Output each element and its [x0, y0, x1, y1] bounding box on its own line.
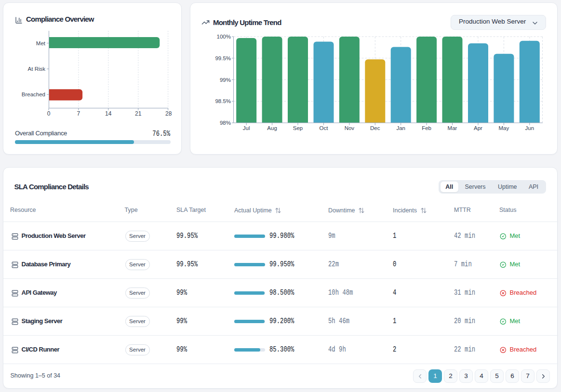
- svg-text:Dec: Dec: [370, 125, 380, 131]
- svg-text:Jul: Jul: [243, 125, 250, 131]
- svg-text:Aug: Aug: [267, 125, 277, 131]
- svg-text:100%: 100%: [217, 34, 231, 39]
- svg-text:Feb: Feb: [422, 125, 431, 131]
- svg-text:Met: Met: [36, 40, 46, 46]
- svg-text:Apr: Apr: [474, 125, 482, 131]
- svg-text:14: 14: [105, 110, 112, 117]
- svg-text:At Risk: At Risk: [28, 66, 46, 72]
- svg-text:99.5%: 99.5%: [215, 55, 231, 61]
- svg-text:Oct: Oct: [320, 125, 329, 131]
- svg-text:Jun: Jun: [525, 125, 534, 131]
- svg-text:Sep: Sep: [293, 125, 303, 131]
- svg-text:May: May: [499, 125, 509, 131]
- svg-text:28: 28: [165, 110, 172, 117]
- svg-text:Mar: Mar: [448, 125, 457, 131]
- svg-text:Nov: Nov: [345, 125, 355, 131]
- svg-text:98%: 98%: [220, 120, 231, 126]
- svg-text:Jan: Jan: [396, 125, 405, 131]
- svg-text:0: 0: [47, 110, 51, 117]
- svg-text:98.5%: 98.5%: [215, 98, 231, 104]
- svg-text:Breached: Breached: [22, 91, 45, 97]
- svg-text:99%: 99%: [220, 77, 231, 83]
- svg-text:7: 7: [77, 110, 80, 117]
- svg-text:21: 21: [135, 110, 142, 117]
